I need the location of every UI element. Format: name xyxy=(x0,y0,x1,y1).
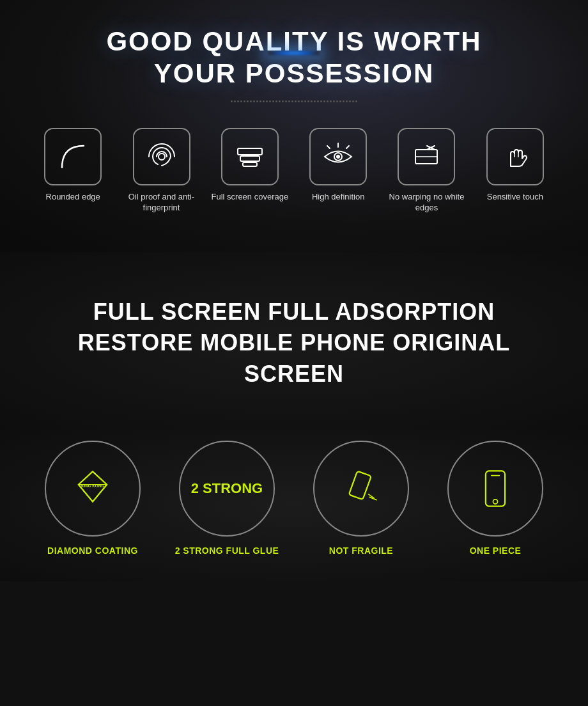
svg-point-8 xyxy=(337,155,339,158)
diamond-coating-label: DIAMOND COATING xyxy=(47,545,138,556)
high-def-icon-box xyxy=(309,128,367,185)
diamond-coating-item: KING KONG DIAMOND COATING xyxy=(32,441,153,556)
fingerprint-icon xyxy=(144,139,179,174)
strong-glue-item: 2 STRONG 2 STRONG FULL GLUE xyxy=(166,441,288,556)
oil-proof-label: Oil proof and anti-fingerprint xyxy=(120,192,202,214)
svg-line-19 xyxy=(93,472,107,485)
svg-rect-1 xyxy=(238,148,262,155)
not-fragile-item: NOT FRAGILE xyxy=(300,441,422,556)
top-section: GOOD QUALITY IS WORTH YOUR POSSESSION Ro… xyxy=(0,0,588,252)
features-row: Rounded edge Oil proof and anti-fingerpr… xyxy=(13,122,575,233)
high-def-label: High definition xyxy=(312,192,364,203)
svg-text:KING KONG: KING KONG xyxy=(81,484,104,489)
svg-line-6 xyxy=(327,146,330,148)
svg-rect-26 xyxy=(486,471,505,506)
not-fragile-icon xyxy=(336,463,387,514)
layers-icon xyxy=(233,139,267,174)
rounded-edge-icon-box xyxy=(44,128,102,185)
full-screen-icon-box xyxy=(221,128,279,185)
bottom-row: KING KONG DIAMOND COATING 2 STRONG 2 STR… xyxy=(13,441,575,556)
bottom-section: KING KONG DIAMOND COATING 2 STRONG 2 STR… xyxy=(0,428,588,581)
not-fragile-circle xyxy=(313,441,409,537)
sensitive-touch-label: Sensitive touch xyxy=(487,192,543,203)
sensitive-touch-icon-box xyxy=(486,128,544,185)
main-title: GOOD QUALITY IS WORTH YOUR POSSESSION xyxy=(13,26,575,90)
strong-glue-label: 2 STRONG FULL GLUE xyxy=(175,545,279,556)
rounded-edge-label: Rounded edge xyxy=(46,192,100,203)
middle-section: FULL SCREEN FULL ADSORPTION RESTORE MOBI… xyxy=(0,252,588,428)
one-piece-circle xyxy=(447,441,543,537)
oil-proof-icon-box xyxy=(133,128,190,185)
svg-line-18 xyxy=(79,472,93,485)
full-screen-label: Full screen coverage xyxy=(212,192,289,203)
svg-point-0 xyxy=(159,153,165,160)
feature-rounded-edge: Rounded edge xyxy=(32,128,114,203)
diamond-icon: KING KONG xyxy=(67,463,118,514)
strong-glue-circle: 2 STRONG xyxy=(179,441,275,537)
svg-line-5 xyxy=(346,146,349,148)
divider-dots xyxy=(13,100,575,102)
middle-title: FULL SCREEN FULL ADSORPTION RESTORE MOBI… xyxy=(26,297,562,390)
feature-no-warping: No warping no white edges xyxy=(385,128,467,214)
feature-sensitive-touch: Sensitive touch xyxy=(474,128,556,203)
eye-icon xyxy=(321,139,355,174)
phone-icon xyxy=(470,463,521,514)
no-warp-icon xyxy=(409,139,444,174)
svg-rect-23 xyxy=(349,471,371,500)
no-warping-label: No warping no white edges xyxy=(385,192,467,214)
svg-point-28 xyxy=(493,499,497,504)
no-warping-icon-box xyxy=(398,128,455,185)
diamond-coating-circle: KING KONG xyxy=(45,441,141,537)
feature-full-screen: Full screen coverage xyxy=(209,128,291,203)
svg-rect-3 xyxy=(243,162,257,166)
rounded-edge-icon xyxy=(56,139,90,174)
hand-icon xyxy=(498,139,532,174)
feature-high-def: High definition xyxy=(297,128,379,203)
not-fragile-label: NOT FRAGILE xyxy=(329,545,393,556)
one-piece-item: ONE PIECE xyxy=(435,441,556,556)
strong-text: 2 STRONG xyxy=(191,480,263,497)
svg-rect-2 xyxy=(240,156,259,161)
feature-oil-proof: Oil proof and anti-fingerprint xyxy=(120,128,202,214)
one-piece-label: ONE PIECE xyxy=(470,545,522,556)
